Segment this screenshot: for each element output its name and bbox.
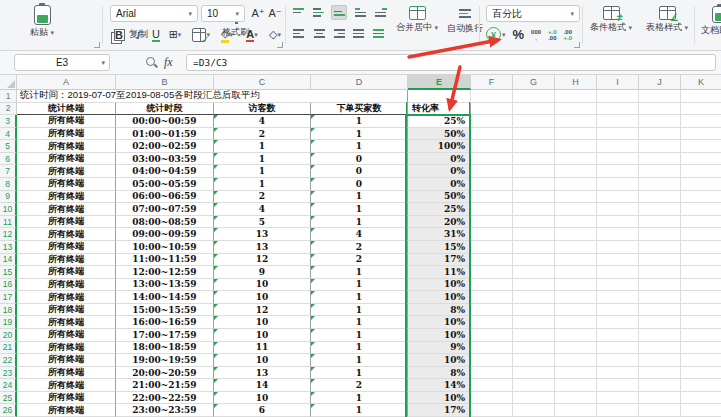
decrease-indent-button[interactable] bbox=[353, 5, 369, 20]
dialog-launcher-icon[interactable] bbox=[277, 42, 283, 48]
justify-button[interactable] bbox=[351, 26, 367, 41]
cell[interactable] bbox=[597, 203, 639, 216]
cell[interactable] bbox=[639, 191, 681, 204]
cell-visitors[interactable]: 10 bbox=[214, 329, 311, 342]
comma-format-button[interactable]: 000, bbox=[531, 29, 541, 41]
cell[interactable] bbox=[597, 115, 639, 128]
cell-period[interactable]: 03:00~03:59 bbox=[116, 153, 214, 166]
cell[interactable] bbox=[513, 392, 555, 405]
cell-terminal[interactable]: 所有终端 bbox=[17, 140, 116, 153]
cell[interactable] bbox=[597, 254, 639, 267]
cell[interactable] bbox=[639, 254, 681, 267]
cell-rate[interactable]: 8% bbox=[408, 367, 471, 380]
cell-terminal[interactable]: 所有终端 bbox=[17, 266, 116, 279]
cell[interactable] bbox=[555, 216, 597, 229]
cell[interactable] bbox=[681, 191, 721, 204]
cell-rate[interactable]: 15% bbox=[408, 241, 471, 254]
cell[interactable] bbox=[513, 178, 555, 191]
fill-color-button[interactable]: ◇▾ bbox=[218, 26, 236, 43]
cell[interactable] bbox=[597, 392, 639, 405]
cell[interactable] bbox=[513, 140, 555, 153]
align-top-button[interactable] bbox=[291, 5, 307, 20]
cell-buyers[interactable]: 1 bbox=[311, 216, 408, 229]
cell-rate[interactable]: 0% bbox=[408, 153, 471, 166]
cell-period[interactable]: 12:00~12:59 bbox=[116, 266, 214, 279]
paste-button[interactable]: 粘贴 ▾ bbox=[30, 5, 54, 38]
cell-buyers[interactable]: 1 bbox=[311, 140, 408, 153]
cell-buyers[interactable]: 1 bbox=[311, 342, 408, 355]
column-header-e[interactable]: E bbox=[408, 75, 471, 90]
cell-buyers[interactable]: 2 bbox=[311, 379, 408, 392]
cell-buyers[interactable]: 1 bbox=[311, 203, 408, 216]
cell-buyers[interactable]: 1 bbox=[311, 392, 408, 405]
currency-format-button[interactable]: ¥ ▾ bbox=[486, 27, 506, 42]
search-icon[interactable] bbox=[146, 57, 155, 66]
cell[interactable] bbox=[555, 178, 597, 191]
cell[interactable] bbox=[597, 128, 639, 141]
cell-period[interactable]: 08:00~08:59 bbox=[116, 216, 214, 229]
cell[interactable] bbox=[513, 404, 555, 417]
cell[interactable] bbox=[681, 279, 721, 292]
cell-period[interactable]: 18:00~18:59 bbox=[116, 342, 214, 355]
cell[interactable] bbox=[681, 329, 721, 342]
cell[interactable] bbox=[555, 153, 597, 166]
row-header[interactable]: 18 bbox=[0, 304, 17, 317]
column-header-f[interactable]: F bbox=[471, 75, 513, 90]
cell[interactable] bbox=[681, 115, 721, 128]
cell[interactable] bbox=[471, 379, 513, 392]
cell-period[interactable]: 05:00~05:59 bbox=[116, 178, 214, 191]
cell-rate[interactable]: 10% bbox=[408, 392, 471, 405]
cell[interactable] bbox=[639, 241, 681, 254]
cell-terminal[interactable]: 所有终端 bbox=[17, 228, 116, 241]
cell[interactable] bbox=[555, 279, 597, 292]
cell-terminal[interactable]: 所有终端 bbox=[17, 153, 116, 166]
cell-rate[interactable]: 0% bbox=[408, 165, 471, 178]
cell-period[interactable]: 10:00~10:59 bbox=[116, 241, 214, 254]
cell-buyers[interactable]: 0 bbox=[311, 165, 408, 178]
cell[interactable] bbox=[513, 165, 555, 178]
row-header[interactable]: 14 bbox=[0, 254, 17, 267]
increase-decimal-button[interactable]: +.0.00 bbox=[548, 29, 557, 41]
merge-center-button[interactable]: 合并居中 ▾ bbox=[396, 6, 438, 33]
row-header[interactable]: 12 bbox=[0, 228, 17, 241]
cell[interactable] bbox=[597, 266, 639, 279]
cell[interactable] bbox=[513, 329, 555, 342]
cell[interactable] bbox=[471, 203, 513, 216]
cell-terminal[interactable]: 所有终端 bbox=[17, 392, 116, 405]
cell-buyers[interactable]: 1 bbox=[311, 128, 408, 141]
cell[interactable] bbox=[597, 90, 639, 103]
cell-rate[interactable]: 100% bbox=[408, 140, 471, 153]
cell-header-period[interactable]: 统计时段 bbox=[116, 103, 214, 116]
cell-terminal[interactable]: 所有终端 bbox=[17, 241, 116, 254]
cell[interactable] bbox=[471, 266, 513, 279]
cell[interactable] bbox=[639, 304, 681, 317]
cell[interactable] bbox=[681, 266, 721, 279]
cell[interactable] bbox=[639, 140, 681, 153]
cell-rate[interactable]: 50% bbox=[408, 128, 471, 141]
cell-terminal[interactable]: 所有终端 bbox=[17, 329, 116, 342]
cell-period[interactable]: 01:00~01:59 bbox=[116, 128, 214, 141]
align-left-button[interactable] bbox=[291, 26, 307, 41]
wrap-text-button[interactable]: 自动换行 bbox=[447, 6, 483, 33]
cell[interactable] bbox=[555, 266, 597, 279]
row-header[interactable]: 7 bbox=[0, 165, 17, 178]
cell[interactable] bbox=[639, 216, 681, 229]
cell-period[interactable]: 06:00~06:59 bbox=[116, 191, 214, 204]
row-header[interactable]: 6 bbox=[0, 153, 17, 166]
cell[interactable] bbox=[639, 354, 681, 367]
cell[interactable] bbox=[639, 228, 681, 241]
cell[interactable] bbox=[513, 203, 555, 216]
cell-visitors[interactable]: 14 bbox=[214, 379, 311, 392]
cell-visitors[interactable]: 10 bbox=[214, 291, 311, 304]
cell[interactable] bbox=[555, 404, 597, 417]
cell-visitors[interactable]: 12 bbox=[214, 254, 311, 267]
cell[interactable] bbox=[513, 153, 555, 166]
cell[interactable] bbox=[513, 216, 555, 229]
cell-buyers[interactable]: 1 bbox=[311, 316, 408, 329]
cell[interactable] bbox=[597, 178, 639, 191]
cell-visitors[interactable]: 5 bbox=[214, 216, 311, 229]
cell-rate[interactable]: 17% bbox=[408, 404, 471, 417]
cell[interactable] bbox=[471, 254, 513, 267]
cell[interactable] bbox=[555, 165, 597, 178]
cell-rate[interactable]: 20% bbox=[408, 216, 471, 229]
